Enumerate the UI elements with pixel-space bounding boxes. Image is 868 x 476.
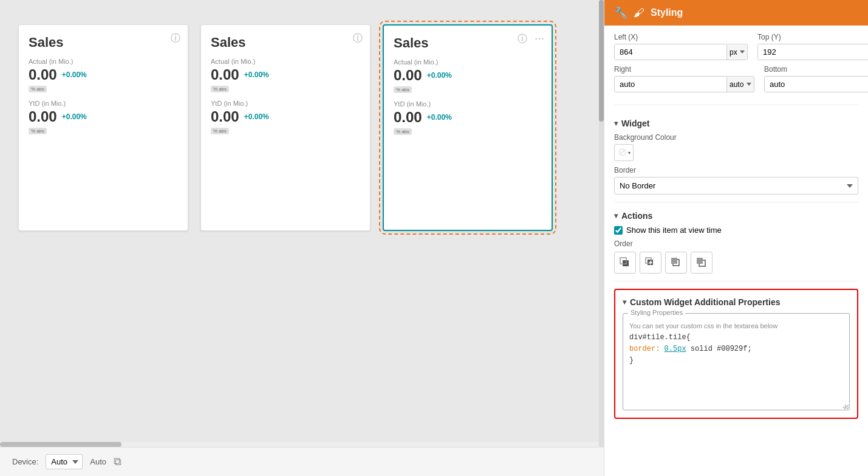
card-1-ytd-value: 0.00 (29, 108, 57, 125)
show-item-row: Show this item at view time (614, 226, 858, 235)
top-y-field-group: Top (Y) px (757, 33, 868, 60)
panel-header: 🔧 🖌 Styling (604, 0, 868, 26)
card-2-actual-badge: % abs (211, 86, 229, 92)
card-3-info-icon: ⓘ (518, 33, 527, 46)
card-2-ytd-value: 0.00 (211, 108, 239, 125)
styling-properties-legend: Styling Properties (628, 309, 685, 316)
panel-title: Styling (651, 7, 683, 18)
no-fill-icon: ⊘ (618, 145, 627, 159)
textarea-resize-handle[interactable]: ⊿ (842, 402, 848, 409)
right-unit-select[interactable]: auto (726, 77, 754, 92)
left-x-unit-select[interactable]: px (726, 45, 747, 60)
show-item-label: Show this item at view time (626, 226, 722, 235)
card-3-actual-value: 0.00 (394, 67, 422, 84)
card-1-actual-value: 0.00 (29, 66, 57, 83)
order-buttons (614, 252, 858, 274)
bring-to-front-button[interactable] (614, 252, 636, 274)
sales-card-3[interactable]: Sales ⓘ ⋯ Actual (in Mio.) 0.00 +0.00% %… (383, 24, 553, 231)
bottom-input[interactable] (765, 77, 868, 92)
card-2-actual-label: Actual (in Mio.) (211, 58, 360, 65)
card-1-actual-row: 0.00 +0.00% (29, 66, 178, 83)
card-1-ytd-badge: % abs (29, 128, 47, 134)
position-section: Left (X) px Top (Y) px (614, 33, 858, 105)
show-item-checkbox[interactable] (614, 226, 623, 235)
canvas-scrollbar-thumb[interactable] (599, 0, 604, 122)
left-x-label: Left (X) (614, 33, 748, 41)
card-1-ytd-label: YtD (in Mio.) (29, 100, 178, 107)
card-3-ytd-badge: % abs (394, 128, 412, 135)
right-input-row[interactable]: auto (614, 76, 754, 92)
sales-card-1[interactable]: Sales ⓘ Actual (in Mio.) 0.00 +0.00% % a… (18, 24, 188, 231)
colour-dropdown-arrow: ▾ (628, 150, 630, 156)
left-x-field-group: Left (X) px (614, 33, 748, 60)
custom-widget-section: ▾ Custom Widget Additional Properties St… (614, 289, 858, 419)
background-colour-label: Background Colour (614, 133, 858, 142)
card-1-ytd-row: 0.00 +0.00% (29, 108, 178, 125)
bring-forward-button[interactable] (640, 252, 661, 274)
paint-icon: 🖌 (634, 7, 644, 19)
canvas-vertical-scrollbar[interactable] (599, 0, 604, 447)
device-select[interactable]: Auto (46, 454, 83, 469)
card-2-actual-value: 0.00 (211, 66, 239, 83)
widget-section-header[interactable]: ▾ Widget (614, 112, 858, 133)
card-3-ytd-row: 0.00 +0.00% (394, 109, 542, 126)
top-y-input[interactable] (758, 44, 868, 60)
position-top-row: Left (X) px Top (Y) px (614, 33, 858, 60)
actions-chevron-icon: ▾ (614, 212, 618, 220)
card-3-ytd-value: 0.00 (394, 109, 422, 126)
card-1-ytd-section: YtD (in Mio.) 0.00 +0.00% % abs (29, 100, 178, 134)
border-label: Border (614, 166, 858, 174)
right-panel: 🔧 🖌 Styling Left (X) px Top (Y) (604, 0, 868, 476)
right-input[interactable] (615, 77, 726, 92)
card-1-info-icon: ⓘ (171, 32, 180, 45)
copy-icon[interactable]: ⧉ (114, 455, 121, 468)
send-backward-button[interactable] (665, 252, 687, 274)
sales-card-2[interactable]: Sales ⓘ Actual (in Mio.) 0.00 +0.00% % a… (200, 24, 371, 231)
card-2-ytd-section: YtD (in Mio.) 0.00 +0.00% % abs (211, 100, 360, 134)
card-2-title: Sales (211, 35, 360, 50)
card-2-actual-change: +0.00% (244, 71, 269, 79)
tools-icon: 🔧 (614, 6, 627, 19)
card-2-ytd-row: 0.00 +0.00% (211, 108, 360, 125)
styling-textarea[interactable] (623, 373, 849, 410)
widget-section-label: Widget (621, 119, 650, 128)
css-value-rest: solid #00929f; (686, 345, 752, 353)
card-2-ytd-change: +0.00% (244, 112, 269, 121)
custom-section-header[interactable]: ▾ Custom Widget Additional Properties (623, 297, 850, 307)
right-label: Right (614, 65, 754, 74)
card-1-actual-label: Actual (in Mio.) (29, 58, 178, 65)
order-label: Order (614, 240, 858, 248)
device-label: Device: (12, 457, 38, 466)
svg-rect-0 (623, 260, 629, 266)
css-preview: div#tile.tile{ border: 0.5px solid #0092… (623, 332, 849, 373)
left-x-input[interactable] (615, 44, 726, 60)
left-x-input-row[interactable]: px (614, 44, 748, 60)
styling-info-text: You can set your custom css in the texta… (623, 314, 849, 332)
css-prop: border: (629, 345, 665, 353)
send-to-back-button[interactable] (691, 252, 713, 274)
card-3-actual-row: 0.00 +0.00% (394, 67, 542, 84)
canvas-content: Sales ⓘ Actual (in Mio.) 0.00 +0.00% % a… (0, 0, 604, 442)
css-value-number: 0.5px (665, 345, 686, 353)
horizontal-scrollbar[interactable] (0, 442, 604, 447)
auto-label: Auto (90, 457, 106, 466)
bottom-bar: Device: Auto Auto ⧉ (0, 447, 604, 476)
actions-section-label: Actions (621, 211, 652, 221)
card-3-ytd-label: YtD (in Mio.) (394, 100, 542, 108)
card-1-actual-section: Actual (in Mio.) 0.00 +0.00% % abs (29, 58, 178, 92)
actions-section-content: Show this item at view time Order (614, 226, 858, 281)
css-selector: div#tile.tile{ (629, 333, 691, 342)
card-1-title: Sales (29, 35, 178, 50)
colour-swatch[interactable]: ⊘ ▾ (614, 144, 634, 161)
card-3-menu-icon[interactable]: ⋯ (535, 33, 544, 44)
bottom-input-row[interactable]: auto (764, 76, 868, 92)
widget-section: ▾ Widget Background Colour ⊘ ▾ Border No… (614, 112, 858, 205)
css-line-1: div#tile.tile{ (629, 332, 843, 343)
horizontal-scrollbar-thumb[interactable] (0, 442, 121, 447)
border-select[interactable]: No Border (614, 177, 858, 195)
actions-section-header[interactable]: ▾ Actions (614, 205, 858, 226)
card-2-ytd-label: YtD (in Mio.) (211, 100, 360, 107)
css-line-2: border: 0.5px solid #00929f; (629, 343, 843, 355)
bottom-label: Bottom (764, 65, 868, 74)
top-y-input-row[interactable]: px (757, 44, 868, 60)
